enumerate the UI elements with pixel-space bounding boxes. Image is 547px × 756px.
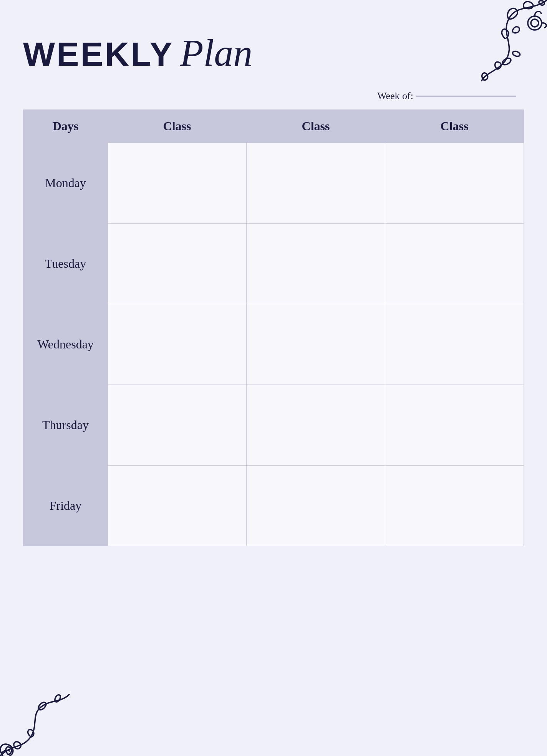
day-wednesday: Wednesday [23, 304, 108, 385]
table-body: Monday Tuesday Wednesday [23, 143, 524, 546]
day-friday: Friday [23, 466, 108, 546]
friday-class2-cell[interactable] [247, 466, 385, 546]
header-class1: Class [108, 110, 247, 143]
table-row: Monday [23, 143, 524, 224]
planner-table: Days Class Class Class Monday Tuesday [23, 109, 524, 546]
monday-class1-cell[interactable] [108, 143, 247, 224]
thursday-class3-cell[interactable] [385, 385, 524, 466]
title-plan: Plan [180, 31, 252, 75]
svg-point-3 [531, 19, 539, 27]
thursday-class1-cell[interactable] [108, 385, 247, 466]
friday-class3-cell[interactable] [385, 466, 524, 546]
day-monday: Monday [23, 143, 108, 224]
day-thursday: Thursday [23, 385, 108, 466]
page: WEEKLY Plan Week of: Days Class Class Cl… [0, 0, 547, 756]
week-of-label: Week of: [377, 90, 413, 102]
week-of-row: Week of: [23, 90, 524, 102]
header-days: Days [23, 110, 108, 143]
tuesday-class2-cell[interactable] [247, 224, 385, 304]
table-row: Tuesday [23, 224, 524, 304]
svg-point-2 [528, 16, 542, 30]
header: WEEKLY Plan [23, 31, 524, 75]
floral-bottom-left-decoration [0, 687, 85, 756]
header-class2: Class [247, 110, 385, 143]
friday-class1-cell[interactable] [108, 466, 247, 546]
tuesday-class3-cell[interactable] [385, 224, 524, 304]
wednesday-class2-cell[interactable] [247, 304, 385, 385]
table-header: Days Class Class Class [23, 110, 524, 143]
header-row: Days Class Class Class [23, 110, 524, 143]
svg-point-5 [54, 694, 61, 703]
monday-class3-cell[interactable] [385, 143, 524, 224]
title-weekly: WEEKLY [23, 35, 174, 74]
tuesday-class1-cell[interactable] [108, 224, 247, 304]
thursday-class2-cell[interactable] [247, 385, 385, 466]
day-tuesday: Tuesday [23, 224, 108, 304]
table-row: Thursday [23, 385, 524, 466]
week-of-line[interactable] [416, 96, 516, 96]
wednesday-class3-cell[interactable] [385, 304, 524, 385]
table-row: Wednesday [23, 304, 524, 385]
header-class3: Class [385, 110, 524, 143]
table-row: Friday [23, 466, 524, 546]
monday-class2-cell[interactable] [247, 143, 385, 224]
svg-point-4 [37, 701, 48, 711]
wednesday-class1-cell[interactable] [108, 304, 247, 385]
